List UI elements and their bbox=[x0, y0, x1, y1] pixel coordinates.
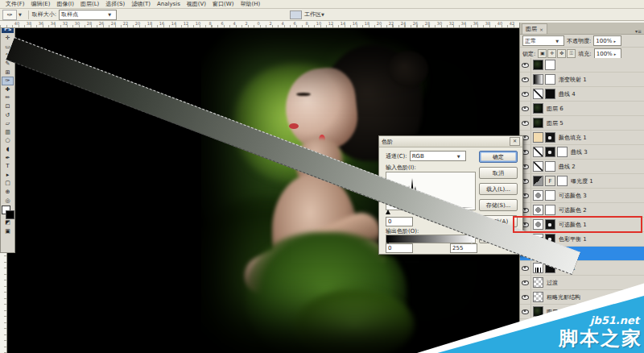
menu-item-7[interactable]: 视图(V) bbox=[184, 0, 209, 8]
layer-row-hidden-0[interactable] bbox=[520, 58, 644, 73]
menu-item-4[interactable]: 选择(S) bbox=[102, 0, 128, 8]
visibility-toggle[interactable] bbox=[520, 276, 531, 289]
layer-thumbnail-photo-dark[interactable] bbox=[533, 60, 543, 70]
ok-button[interactable]: 确定 bbox=[479, 151, 518, 163]
zoom-tool[interactable]: ◎ bbox=[2, 196, 14, 205]
layer-thumbnail-selective[interactable] bbox=[533, 205, 543, 215]
layer-row-曲线 2[interactable]: 曲线 2 bbox=[520, 160, 644, 174]
output-shadow-field[interactable]: 0 bbox=[386, 243, 413, 253]
layer-thumbnail-photo-dark[interactable] bbox=[533, 103, 543, 114]
dialog-titlebar[interactable]: 色阶 ✕ bbox=[379, 136, 522, 147]
sample-size-select[interactable]: 取样点 ▼ bbox=[59, 10, 117, 20]
type-tool[interactable]: T bbox=[2, 162, 14, 171]
visibility-toggle[interactable] bbox=[520, 261, 531, 275]
menu-item-3[interactable]: 图层(L) bbox=[77, 0, 102, 8]
blend-mode-select[interactable]: 正常 ▼ bbox=[522, 35, 564, 46]
crop-tool[interactable]: ⊞ bbox=[2, 68, 14, 77]
visibility-toggle[interactable] bbox=[520, 73, 531, 86]
layer-row-背景[interactable]: 背景 bbox=[520, 334, 644, 348]
visibility-toggle[interactable] bbox=[520, 102, 531, 115]
channel-select[interactable]: RGB ▼ bbox=[410, 151, 466, 161]
layer-thumbnail-checker[interactable] bbox=[533, 292, 543, 302]
3d-tool[interactable]: ⊕ bbox=[2, 188, 14, 197]
layer-row-渐变映射 1[interactable]: 渐变映射 1 bbox=[520, 73, 644, 87]
workspace-switcher[interactable]: 工作区 ▼ bbox=[290, 10, 328, 19]
visibility-toggle[interactable] bbox=[520, 305, 531, 318]
layer-row-过渡[interactable]: 过渡 bbox=[520, 276, 644, 290]
layer-thumbnail-mask-white[interactable] bbox=[545, 74, 555, 85]
layer-thumbnail-mask-white[interactable] bbox=[545, 205, 555, 215]
effects-badge[interactable]: F bbox=[545, 176, 555, 186]
menu-item-2[interactable]: 图像(I) bbox=[53, 0, 77, 8]
layer-thumbnail-curve[interactable] bbox=[533, 89, 543, 99]
tab-layers[interactable]: 图层 × bbox=[522, 23, 547, 34]
lock-icons[interactable]: ▣✛✜⚿ bbox=[538, 49, 576, 58]
input-shadow-field[interactable]: 0 bbox=[386, 217, 413, 226]
layer-row-去污[interactable]: 去污 bbox=[520, 319, 644, 334]
menu-item-1[interactable]: 编辑(E) bbox=[28, 0, 54, 8]
eyedropper-tool[interactable]: ✑ bbox=[2, 77, 14, 85]
layer-row-曲线 4[interactable]: 曲线 4 bbox=[520, 87, 644, 102]
layer-thumbnail-photo-dark[interactable] bbox=[533, 306, 543, 317]
shadow-slider[interactable] bbox=[386, 210, 390, 214]
layer-thumbnail-mask-white[interactable] bbox=[557, 176, 568, 186]
layer-thumbnail-fill-beige[interactable] bbox=[533, 132, 543, 143]
visibility-toggle[interactable] bbox=[520, 290, 531, 304]
panel-menu-icon[interactable]: ▾≡ bbox=[635, 28, 642, 34]
load-button[interactable]: 载入(L)... bbox=[479, 183, 518, 195]
layer-thumbnail-mask-white[interactable] bbox=[545, 60, 555, 70]
eyedropper-tool-preset[interactable]: ✑ bbox=[2, 10, 17, 20]
layer-thumbnail-checker[interactable] bbox=[533, 277, 543, 288]
layer-thumbnail-mask-figure[interactable] bbox=[545, 132, 555, 143]
layer-row-图层 6[interactable]: 图层 6 bbox=[520, 102, 644, 116]
eraser-tool[interactable]: ▱ bbox=[2, 119, 14, 128]
close-icon[interactable]: × bbox=[539, 27, 543, 32]
save-button[interactable]: 存储(S)... bbox=[479, 199, 518, 211]
layer-thumbnail-mask-black[interactable] bbox=[545, 89, 555, 99]
layer-thumbnail-gradient[interactable] bbox=[533, 74, 543, 85]
brush-tool[interactable]: ✏ bbox=[2, 93, 14, 102]
path-selection-tool[interactable]: ▸ bbox=[2, 171, 14, 180]
layer-row-粗略光影结构[interactable]: 粗略光影结构 bbox=[520, 290, 644, 305]
close-icon[interactable]: ✕ bbox=[510, 137, 520, 146]
shape-tool[interactable]: ▢ bbox=[2, 179, 14, 188]
pen-tool[interactable]: ✒ bbox=[2, 153, 14, 162]
quick-mask-button[interactable]: ◩ bbox=[2, 218, 14, 227]
layer-row-色阶 1[interactable]: 色阶 1 bbox=[520, 261, 644, 276]
layer-thumbnail-photo-dark[interactable] bbox=[533, 321, 543, 331]
cancel-button[interactable]: 取消 bbox=[479, 167, 518, 179]
visibility-toggle[interactable] bbox=[520, 58, 531, 72]
visibility-toggle[interactable] bbox=[520, 116, 531, 130]
lock-icon-0[interactable]: ▣ bbox=[538, 49, 547, 58]
layer-thumbnail-hist[interactable] bbox=[533, 263, 543, 273]
clone-stamp-tool[interactable]: ⊡ bbox=[2, 102, 14, 111]
lock-icon-3[interactable]: ⚿ bbox=[567, 49, 576, 58]
menu-item-9[interactable]: 帮助(H) bbox=[237, 0, 263, 8]
output-highlight-field[interactable]: 255 bbox=[450, 243, 477, 253]
layer-thumbnail-exposure[interactable] bbox=[533, 176, 543, 186]
menu-item-8[interactable]: 窗口(W) bbox=[209, 0, 237, 8]
layer-thumbnail-mask-white[interactable] bbox=[545, 161, 555, 172]
layer-thumbnail-curve[interactable] bbox=[533, 161, 543, 172]
layer-row-曲线 3[interactable]: 曲线 3 bbox=[520, 145, 644, 160]
background-color-swatch[interactable] bbox=[6, 210, 14, 219]
layer-thumbnail-selective[interactable] bbox=[533, 190, 543, 201]
menu-item-0[interactable]: 文件(F) bbox=[2, 0, 28, 8]
opacity-field[interactable]: 100% ▸ bbox=[593, 35, 621, 46]
layer-thumbnail-photo-dark[interactable] bbox=[533, 335, 543, 346]
screen-mode-button[interactable]: ▣ bbox=[2, 226, 14, 235]
color-swatches[interactable] bbox=[2, 206, 14, 218]
layer-thumbnail-mask-white[interactable] bbox=[545, 190, 555, 201]
layer-row-曝光度 1[interactable]: F曝光度 1 bbox=[520, 174, 644, 189]
healing-brush-tool[interactable]: ✚ bbox=[2, 85, 14, 94]
visibility-toggle[interactable] bbox=[520, 87, 531, 101]
layer-row-图层 2[interactable]: 图层 2 bbox=[520, 305, 644, 319]
lock-icon-1[interactable]: ✛ bbox=[547, 49, 556, 58]
layer-thumbnail-photo-dark[interactable] bbox=[533, 118, 543, 128]
lock-icon-2[interactable]: ✜ bbox=[557, 49, 566, 58]
visibility-toggle[interactable] bbox=[520, 334, 531, 347]
layer-thumbnail-mask-figure[interactable] bbox=[545, 147, 555, 157]
visibility-toggle[interactable] bbox=[520, 319, 531, 333]
layer-thumbnail-curve[interactable] bbox=[533, 147, 543, 157]
menu-item-5[interactable]: 滤镜(T) bbox=[128, 0, 154, 8]
